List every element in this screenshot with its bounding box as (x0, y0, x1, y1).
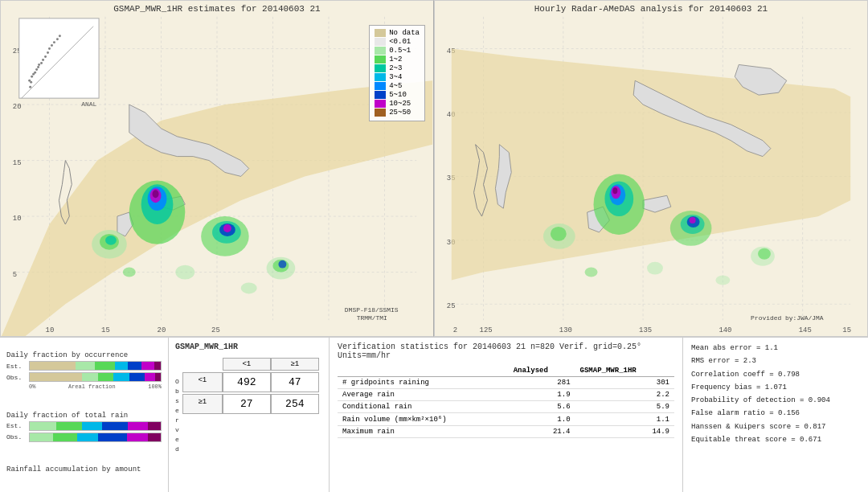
chart-totalrain-est-bar (29, 421, 162, 431)
stats-col-label (338, 365, 509, 377)
svg-point-102 (715, 276, 730, 285)
chart-totalrain-obs-label: Obs. (6, 433, 29, 441)
legend-item-3-4: 3~4 (375, 73, 420, 81)
chart-occurrence-title: Daily fraction by occurrence (6, 351, 162, 359)
left-map-title: GSMAP_MWR_1HR estimates for 20140603 21 (1, 4, 433, 14)
svg-text:25: 25 (211, 326, 220, 334)
chart-accumulation-title: Rainfall accumulation by amount (6, 465, 162, 474)
stats-row-2-analysed: 5.6 (509, 401, 575, 413)
legend-color-5-10 (375, 91, 386, 99)
stats-row-2-gsmap: 5.9 (575, 401, 674, 413)
legend-color-1-2 (375, 55, 386, 64)
svg-point-37 (278, 260, 286, 269)
svg-point-50 (42, 59, 44, 61)
left-map-legend: No data <0.01 0.5~1 1~2 2~3 (369, 25, 425, 121)
legend-item-25-50: 25~50 (375, 109, 420, 117)
chart-totalrain-obs-row: Obs. (6, 433, 162, 442)
svg-text:25: 25 (447, 302, 456, 310)
svg-text:135: 135 (639, 326, 652, 334)
legend-item-4-5: 4~5 (375, 82, 420, 90)
stat-probability-detection: Probability of detection = 0.904 (691, 395, 860, 407)
chart-totalrain-est-label: Est. (6, 422, 29, 429)
svg-point-100 (647, 262, 663, 275)
svg-text:15: 15 (842, 326, 851, 334)
ct-row-gte1-label: ≥1 (182, 394, 223, 414)
legend-color-4-5 (375, 82, 386, 90)
svg-point-48 (37, 66, 39, 68)
ct-header-lt1: <1 (223, 358, 271, 371)
chart-accumulation: Rainfall accumulation by amount (6, 465, 162, 475)
chart-occurrence-axis: 0% Areal fraction 100% (6, 383, 162, 390)
stats-row-1-label: Average rain (338, 389, 509, 401)
svg-text:ANAL: ANAL (81, 100, 96, 108)
svg-text:5: 5 (13, 271, 17, 279)
svg-point-95 (690, 217, 696, 223)
svg-text:20: 20 (13, 103, 22, 111)
stats-row-0-analysed: 281 (509, 377, 575, 389)
svg-text:140: 140 (719, 326, 731, 334)
svg-point-99 (758, 248, 771, 260)
svg-text:130: 130 (559, 326, 572, 334)
legend-color-2-3 (375, 64, 386, 72)
stats-row-2-label: Conditional rain (338, 401, 509, 413)
legend-color-lt001 (375, 38, 386, 46)
svg-point-51 (44, 55, 47, 58)
stats-row-0: # gridpoints raining 281 301 (338, 377, 674, 389)
stats-row-4: Maximum rain 21.4 14.9 (338, 426, 674, 438)
svg-point-49 (40, 62, 43, 64)
svg-point-59 (30, 81, 32, 84)
stats-table: Analysed GSMAP_MWR_1HR # gridpoints rain… (338, 365, 674, 438)
right-map-title: Hourly Radar-AMeDAS analysis for 2014060… (435, 4, 867, 14)
stats-row-4-label: Maximum rain (338, 426, 509, 438)
stats-row-3-gsmap: 1.1 (575, 413, 674, 426)
svg-text:20: 20 (158, 326, 166, 334)
ct-header-row: <1 ≥1 (182, 358, 322, 371)
chart-occurrence-est-row: Est. (6, 361, 162, 371)
svg-point-47 (35, 68, 38, 71)
maps-section: GSMAP_MWR_1HR estimates for 20140603 21 (0, 0, 868, 338)
chart-occurrence-obs-label: Obs. (6, 374, 29, 381)
legend-item-1-2: 1~2 (375, 55, 420, 64)
chart-total-rain-title: Daily fraction of total rain (6, 412, 162, 420)
stats-row-1: Average rain 1.9 2.2 (338, 389, 674, 401)
stat-correlation-coeff: Correlation coeff = 0.798 (691, 369, 860, 381)
main-container: GSMAP_MWR_1HR estimates for 20140603 21 (0, 0, 868, 492)
svg-point-34 (105, 236, 117, 245)
svg-point-97 (551, 227, 567, 241)
right-map-svg: 45 40 35 30 25 2 125 130 135 140 145 15 (435, 1, 867, 336)
legend-item-05-1: 0.5~1 (375, 47, 420, 55)
svg-point-60 (38, 64, 40, 66)
legend-item-2-3: 2~3 (375, 64, 420, 72)
ct-row-lt1: <1 492 47 (182, 372, 322, 392)
svg-point-53 (48, 47, 51, 50)
svg-text:TRMM/TMI: TRMM/TMI (357, 314, 387, 322)
legend-color-nodata (375, 29, 386, 37)
legend-item-lt001: <0.01 (375, 38, 420, 46)
chart-occurrence: Daily fraction by occurrence Est. (6, 351, 162, 390)
stats-row-0-label: # gridpoints raining (338, 377, 509, 389)
observed-label: Observed (175, 377, 179, 454)
stat-rms-error: RMS error = 2.3 (691, 355, 860, 367)
stat-mean-abs-error: Mean abs error = 1.1 (691, 342, 860, 355)
ct-val-10: 27 (223, 394, 271, 414)
svg-text:10: 10 (46, 326, 55, 334)
bottom-section: Daily fraction by occurrence Est. (0, 338, 868, 492)
svg-point-39 (123, 268, 136, 277)
ct-header-empty (182, 358, 223, 371)
stats-col-analysed: Analysed (509, 365, 575, 377)
chart-totalrain-est-row: Est. (6, 421, 162, 431)
legend-item-10-25: 10~25 (375, 100, 420, 108)
svg-text:10: 10 (13, 215, 22, 223)
svg-point-40 (241, 282, 257, 293)
legend-color-25-50 (375, 109, 386, 117)
stats-row-3-label: Rain volume (mm×km²×10⁶) (338, 413, 509, 426)
stats-row-2: Conditional rain 5.6 5.9 (338, 401, 674, 413)
svg-point-58 (29, 86, 31, 88)
legend-color-05-1 (375, 47, 386, 55)
right-stats-panel: Mean abs error = 1.1 RMS error = 2.3 Cor… (683, 338, 868, 492)
stat-false-alarm-ratio: False alarm ratio = 0.156 (691, 408, 860, 420)
legend-color-3-4 (375, 73, 386, 81)
contingency-table-panel: GSMAP_MWR_1HR Observed <1 ≥1 <1 492 (169, 338, 330, 492)
ct-row-gte1: ≥1 27 254 (182, 394, 322, 414)
stat-hanssen-kuipers: Hanssen & Kuipers score = 0.817 (691, 421, 860, 433)
